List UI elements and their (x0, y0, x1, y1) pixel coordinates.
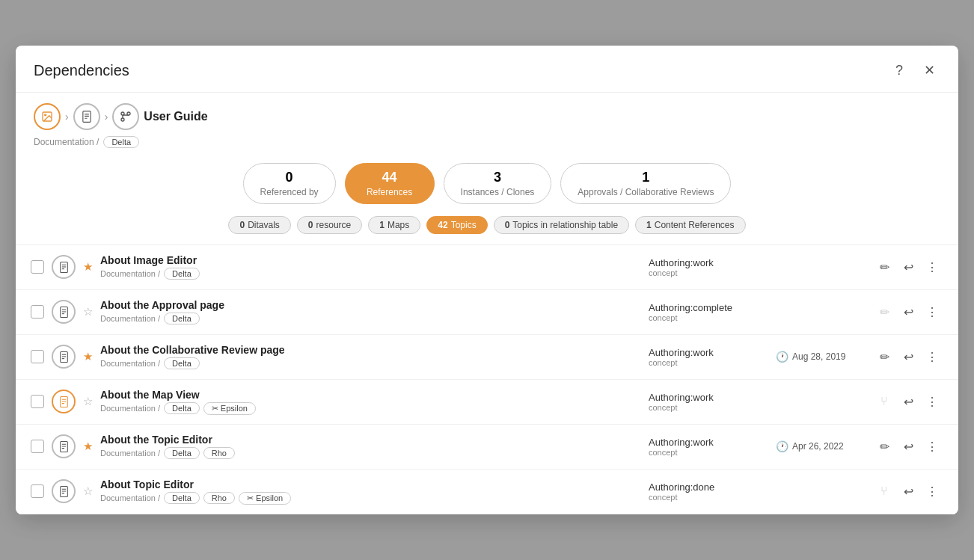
breadcrumb: › › User Guide (16, 93, 958, 135)
row-star-6[interactable]: ☆ (83, 484, 93, 498)
header-actions: ? ✕ (888, 59, 940, 81)
svg-point-6 (121, 118, 124, 121)
row-star-3[interactable]: ★ (83, 350, 93, 363)
tab-num-0: 0 (286, 170, 293, 186)
back-button-2[interactable]: ↩ (897, 301, 919, 323)
tab-num-2: 3 (494, 170, 501, 186)
edit-button-1[interactable]: ✏ (873, 256, 895, 278)
more-button-5[interactable]: ⋮ (921, 435, 943, 458)
branch-breadcrumb-icon (112, 103, 139, 130)
tab-approvals[interactable]: 1 Approvals / Collaborative Reviews (560, 163, 731, 204)
chevron-2: › (105, 111, 108, 123)
tab-instances[interactable]: 3 Instances / Clones (444, 163, 552, 204)
row-tag-3: Delta (164, 357, 200, 369)
table-row: ★ About Image Editor Documentation / Del… (16, 245, 958, 290)
fork-button-6: ⑂ (873, 480, 895, 502)
row-info-5: About the Topic Editor Documentation / D… (100, 434, 641, 459)
row-path-4: Documentation / Delta ✂ Epsilon (100, 402, 641, 415)
row-tag-4a: Delta (164, 402, 200, 414)
row-actions-4: ⑂ ↩ ⋮ (873, 390, 943, 413)
more-button-3[interactable]: ⋮ (921, 345, 943, 368)
row-name-1: About Image Editor (100, 254, 641, 266)
row-tag-6b: Rho (203, 492, 235, 504)
row-tag-5a: Delta (164, 447, 200, 459)
row-checkbox-5[interactable] (31, 440, 44, 453)
row-star-2[interactable]: ☆ (83, 305, 93, 319)
row-path-3: Documentation / Delta (100, 357, 641, 369)
modal-overlay: Dependencies ? ✕ › › (0, 0, 974, 560)
row-tag-6c: ✂ Epsilon (239, 492, 291, 505)
more-button-4[interactable]: ⋮ (921, 390, 943, 413)
modal-header: Dependencies ? ✕ (16, 46, 958, 93)
tab-lbl-2: Instances / Clones (461, 187, 535, 197)
references-list: ★ About Image Editor Documentation / Del… (16, 244, 958, 514)
table-row: ★ About the Collaborative Review page Do… (16, 335, 958, 380)
image-breadcrumb-icon (34, 103, 61, 130)
row-star-5[interactable]: ★ (83, 440, 93, 453)
row-name-3: About the Collaborative Review page (100, 344, 641, 356)
path-text: Documentation / (34, 137, 99, 147)
row-doc-icon-5 (52, 434, 76, 458)
row-checkbox-3[interactable] (31, 350, 44, 363)
row-name-5: About the Topic Editor (100, 434, 641, 446)
row-info-3: About the Collaborative Review page Docu… (100, 344, 641, 369)
row-path-2: Documentation / Delta (100, 313, 641, 324)
row-star-1[interactable]: ★ (83, 260, 93, 274)
row-status-2: Authoring:complete concept (649, 302, 768, 322)
clock-icon-3: 🕐 (776, 351, 788, 363)
path-row: Documentation / Delta (16, 135, 958, 157)
row-name-6: About Topic Editor (100, 479, 641, 490)
filter-ditavals[interactable]: 0 Ditavals (228, 216, 290, 234)
row-actions-6: ⑂ ↩ ⋮ (873, 480, 943, 502)
tab-num-3: 1 (642, 170, 649, 186)
tab-referenced-by[interactable]: 0 Referenced by (243, 163, 336, 204)
dependencies-modal: Dependencies ? ✕ › › (16, 46, 958, 514)
table-row: ★ About the Topic Editor Documentation /… (16, 425, 958, 470)
table-row: ☆ About the Map View Documentation / Del… (16, 380, 958, 425)
row-doc-icon-2 (52, 300, 76, 324)
row-tag-1: Delta (164, 268, 200, 280)
row-star-4[interactable]: ☆ (83, 395, 93, 408)
back-button-1[interactable]: ↩ (897, 256, 919, 278)
row-tag-2: Delta (164, 313, 200, 324)
row-info-6: About Topic Editor Documentation / Delta… (100, 479, 641, 505)
row-tag-4b: ✂ Epsilon (203, 402, 256, 415)
back-button-6[interactable]: ↩ (897, 480, 919, 502)
more-button-6[interactable]: ⋮ (921, 480, 943, 502)
close-button[interactable]: ✕ (918, 59, 940, 81)
row-checkbox-6[interactable] (31, 484, 44, 498)
tab-references[interactable]: 44 References (345, 163, 435, 204)
row-doc-icon-6 (52, 479, 76, 503)
row-checkbox-2[interactable] (31, 305, 44, 319)
row-path-1: Documentation / Delta (100, 268, 641, 280)
row-checkbox-1[interactable] (31, 260, 44, 274)
row-date-3: 🕐 Aug 28, 2019 (776, 351, 866, 363)
row-path-5: Documentation / Delta Rho (100, 447, 641, 459)
svg-point-1 (45, 114, 46, 116)
row-checkbox-4[interactable] (31, 395, 44, 408)
tabs-row: 0 Referenced by 44 References 3 Instance… (16, 157, 958, 213)
table-row: ☆ About the Approval page Documentation … (16, 290, 958, 335)
filter-resource[interactable]: 0 resource (297, 216, 362, 234)
back-button-4[interactable]: ↩ (897, 390, 919, 413)
tab-num-1: 44 (382, 170, 397, 186)
back-button-3[interactable]: ↩ (897, 345, 919, 368)
row-actions-1: ✏ ↩ ⋮ (873, 256, 943, 278)
row-actions-5: ✏ ↩ ⋮ (873, 435, 943, 458)
row-actions-3: ✏ ↩ ⋮ (873, 345, 943, 368)
back-button-5[interactable]: ↩ (897, 435, 919, 458)
filter-content-refs[interactable]: 1 Content References (635, 216, 745, 234)
tab-lbl-1: References (367, 187, 412, 197)
help-button[interactable]: ? (888, 59, 910, 81)
filter-topics[interactable]: 42 Topics (426, 216, 487, 234)
edit-button-5[interactable]: ✏ (873, 435, 895, 458)
filter-relationship[interactable]: 0 Topics in relationship table (494, 216, 629, 234)
chevron-1: › (65, 111, 69, 123)
edit-button-3[interactable]: ✏ (873, 345, 895, 368)
row-info-2: About the Approval page Documentation / … (100, 299, 641, 324)
row-status-5: Authoring:work concept (649, 437, 768, 457)
filter-maps[interactable]: 1 Maps (368, 216, 420, 234)
more-button-1[interactable]: ⋮ (921, 256, 943, 278)
row-date-5: 🕐 Apr 26, 2022 (776, 440, 866, 452)
more-button-2[interactable]: ⋮ (921, 301, 943, 323)
